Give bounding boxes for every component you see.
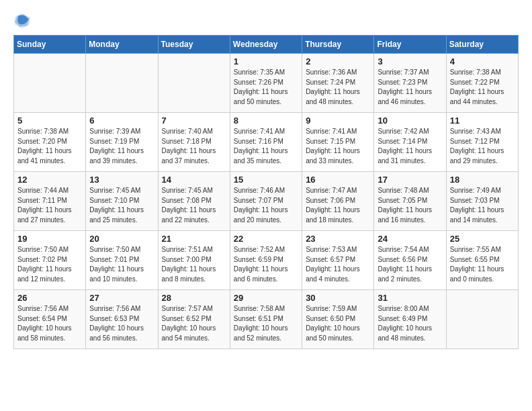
day-number: 12 <box>17 175 82 185</box>
day-info: Sunrise: 7:38 AM Sunset: 7:20 PM Dayligh… <box>17 127 82 166</box>
day-cell: 1Sunrise: 7:35 AM Sunset: 7:26 PM Daylig… <box>230 54 302 113</box>
day-info: Sunrise: 7:44 AM Sunset: 7:11 PM Dayligh… <box>17 186 82 225</box>
day-number: 1 <box>234 56 298 66</box>
day-info: Sunrise: 7:40 AM Sunset: 7:18 PM Dayligh… <box>162 127 226 166</box>
day-number: 20 <box>89 234 154 244</box>
day-number: 24 <box>378 234 442 244</box>
day-info: Sunrise: 7:55 AM Sunset: 6:55 PM Dayligh… <box>450 245 515 284</box>
day-info: Sunrise: 7:49 AM Sunset: 7:03 PM Dayligh… <box>450 186 515 225</box>
day-info: Sunrise: 7:45 AM Sunset: 7:10 PM Dayligh… <box>89 186 154 225</box>
day-info: Sunrise: 7:43 AM Sunset: 7:12 PM Dayligh… <box>450 127 515 166</box>
day-number: 3 <box>378 56 442 66</box>
logo <box>13 11 35 30</box>
day-cell: 4Sunrise: 7:38 AM Sunset: 7:22 PM Daylig… <box>446 54 518 113</box>
day-number: 15 <box>234 175 298 185</box>
day-cell: 6Sunrise: 7:39 AM Sunset: 7:19 PM Daylig… <box>86 113 158 172</box>
col-header-monday: Monday <box>86 36 158 54</box>
day-info: Sunrise: 7:54 AM Sunset: 6:56 PM Dayligh… <box>378 245 442 284</box>
day-info: Sunrise: 7:56 AM Sunset: 6:53 PM Dayligh… <box>89 304 154 343</box>
day-info: Sunrise: 8:00 AM Sunset: 6:49 PM Dayligh… <box>378 304 442 343</box>
day-cell: 22Sunrise: 7:52 AM Sunset: 6:59 PM Dayli… <box>230 231 302 290</box>
day-cell: 9Sunrise: 7:41 AM Sunset: 7:15 PM Daylig… <box>302 113 374 172</box>
day-info: Sunrise: 7:46 AM Sunset: 7:07 PM Dayligh… <box>234 186 298 225</box>
day-cell: 24Sunrise: 7:54 AM Sunset: 6:56 PM Dayli… <box>374 231 446 290</box>
day-info: Sunrise: 7:57 AM Sunset: 6:52 PM Dayligh… <box>162 304 226 343</box>
day-info: Sunrise: 7:45 AM Sunset: 7:08 PM Dayligh… <box>162 186 226 225</box>
day-number: 18 <box>450 175 515 185</box>
col-header-sunday: Sunday <box>14 36 86 54</box>
day-cell: 23Sunrise: 7:53 AM Sunset: 6:57 PM Dayli… <box>302 231 374 290</box>
day-number: 11 <box>450 116 515 126</box>
day-cell: 16Sunrise: 7:47 AM Sunset: 7:06 PM Dayli… <box>302 172 374 231</box>
col-header-saturday: Saturday <box>446 36 518 54</box>
day-info: Sunrise: 7:39 AM Sunset: 7:19 PM Dayligh… <box>89 127 154 166</box>
day-cell: 13Sunrise: 7:45 AM Sunset: 7:10 PM Dayli… <box>86 172 158 231</box>
day-cell: 19Sunrise: 7:50 AM Sunset: 7:02 PM Dayli… <box>14 231 86 290</box>
col-header-wednesday: Wednesday <box>230 36 302 54</box>
day-info: Sunrise: 7:52 AM Sunset: 6:59 PM Dayligh… <box>234 245 298 284</box>
col-header-friday: Friday <box>374 36 446 54</box>
day-cell: 8Sunrise: 7:41 AM Sunset: 7:16 PM Daylig… <box>230 113 302 172</box>
day-info: Sunrise: 7:42 AM Sunset: 7:14 PM Dayligh… <box>378 127 442 166</box>
day-cell: 26Sunrise: 7:56 AM Sunset: 6:54 PM Dayli… <box>14 290 86 349</box>
day-number: 27 <box>89 293 154 303</box>
day-cell: 5Sunrise: 7:38 AM Sunset: 7:20 PM Daylig… <box>14 113 86 172</box>
week-row-2: 5Sunrise: 7:38 AM Sunset: 7:20 PM Daylig… <box>14 113 519 172</box>
day-cell: 27Sunrise: 7:56 AM Sunset: 6:53 PM Dayli… <box>86 290 158 349</box>
calendar-table: SundayMondayTuesdayWednesdayThursdayFrid… <box>13 35 519 349</box>
day-number: 23 <box>306 234 370 244</box>
day-cell <box>14 54 86 113</box>
day-info: Sunrise: 7:47 AM Sunset: 7:06 PM Dayligh… <box>306 186 370 225</box>
week-row-3: 12Sunrise: 7:44 AM Sunset: 7:11 PM Dayli… <box>14 172 519 231</box>
day-number: 31 <box>378 293 442 303</box>
day-number: 13 <box>89 175 154 185</box>
day-cell: 12Sunrise: 7:44 AM Sunset: 7:11 PM Dayli… <box>14 172 86 231</box>
week-row-1: 1Sunrise: 7:35 AM Sunset: 7:26 PM Daylig… <box>14 54 519 113</box>
day-info: Sunrise: 7:36 AM Sunset: 7:24 PM Dayligh… <box>306 68 370 107</box>
day-number: 17 <box>378 175 442 185</box>
day-cell: 14Sunrise: 7:45 AM Sunset: 7:08 PM Dayli… <box>158 172 230 231</box>
day-info: Sunrise: 7:59 AM Sunset: 6:50 PM Dayligh… <box>306 304 370 343</box>
day-number: 14 <box>162 175 226 185</box>
day-cell: 21Sunrise: 7:51 AM Sunset: 7:00 PM Dayli… <box>158 231 230 290</box>
day-info: Sunrise: 7:58 AM Sunset: 6:51 PM Dayligh… <box>234 304 298 343</box>
day-cell: 31Sunrise: 8:00 AM Sunset: 6:49 PM Dayli… <box>374 290 446 349</box>
day-number: 30 <box>306 293 370 303</box>
day-cell: 15Sunrise: 7:46 AM Sunset: 7:07 PM Dayli… <box>230 172 302 231</box>
day-cell: 28Sunrise: 7:57 AM Sunset: 6:52 PM Dayli… <box>158 290 230 349</box>
day-cell: 18Sunrise: 7:49 AM Sunset: 7:03 PM Dayli… <box>446 172 518 231</box>
col-header-tuesday: Tuesday <box>158 36 230 54</box>
day-info: Sunrise: 7:50 AM Sunset: 7:02 PM Dayligh… <box>17 245 82 284</box>
day-number: 4 <box>450 56 515 66</box>
day-cell <box>86 54 158 113</box>
day-number: 9 <box>306 116 370 126</box>
day-info: Sunrise: 7:56 AM Sunset: 6:54 PM Dayligh… <box>17 304 82 343</box>
day-cell: 10Sunrise: 7:42 AM Sunset: 7:14 PM Dayli… <box>374 113 446 172</box>
day-info: Sunrise: 7:41 AM Sunset: 7:15 PM Dayligh… <box>306 127 370 166</box>
day-info: Sunrise: 7:41 AM Sunset: 7:16 PM Dayligh… <box>234 127 298 166</box>
day-info: Sunrise: 7:50 AM Sunset: 7:01 PM Dayligh… <box>89 245 154 284</box>
day-cell: 30Sunrise: 7:59 AM Sunset: 6:50 PM Dayli… <box>302 290 374 349</box>
page-header <box>13 11 519 30</box>
day-cell: 3Sunrise: 7:37 AM Sunset: 7:23 PM Daylig… <box>374 54 446 113</box>
day-cell <box>446 290 518 349</box>
day-info: Sunrise: 7:38 AM Sunset: 7:22 PM Dayligh… <box>450 68 515 107</box>
day-number: 19 <box>17 234 82 244</box>
day-cell: 2Sunrise: 7:36 AM Sunset: 7:24 PM Daylig… <box>302 54 374 113</box>
day-number: 29 <box>234 293 298 303</box>
col-header-thursday: Thursday <box>302 36 374 54</box>
day-number: 5 <box>17 116 82 126</box>
day-info: Sunrise: 7:35 AM Sunset: 7:26 PM Dayligh… <box>234 68 298 107</box>
day-number: 7 <box>162 116 226 126</box>
day-info: Sunrise: 7:51 AM Sunset: 7:00 PM Dayligh… <box>162 245 226 284</box>
week-row-5: 26Sunrise: 7:56 AM Sunset: 6:54 PM Dayli… <box>14 290 519 349</box>
day-cell: 11Sunrise: 7:43 AM Sunset: 7:12 PM Dayli… <box>446 113 518 172</box>
day-info: Sunrise: 7:48 AM Sunset: 7:05 PM Dayligh… <box>378 186 442 225</box>
week-row-4: 19Sunrise: 7:50 AM Sunset: 7:02 PM Dayli… <box>14 231 519 290</box>
day-info: Sunrise: 7:37 AM Sunset: 7:23 PM Dayligh… <box>378 68 442 107</box>
day-number: 22 <box>234 234 298 244</box>
day-cell: 7Sunrise: 7:40 AM Sunset: 7:18 PM Daylig… <box>158 113 230 172</box>
day-number: 8 <box>234 116 298 126</box>
day-cell: 20Sunrise: 7:50 AM Sunset: 7:01 PM Dayli… <box>86 231 158 290</box>
day-number: 21 <box>162 234 226 244</box>
